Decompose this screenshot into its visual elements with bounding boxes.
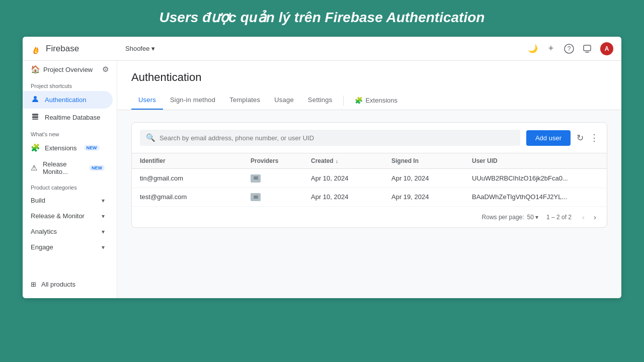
- page-title: Authentication: [131, 71, 607, 84]
- cell-signed-in-1: Apr 19, 2024: [391, 193, 472, 201]
- sidebar-item-build[interactable]: Build ▾: [23, 193, 113, 208]
- project-dropdown-icon: ▾: [151, 45, 155, 52]
- search-icon: 🔍: [146, 133, 155, 142]
- pagination-info: 1 – 2 of 2: [546, 214, 572, 221]
- analytics-chevron-icon: ▾: [102, 228, 105, 235]
- all-products-label: All products: [41, 281, 75, 288]
- sidebar-item-authentication[interactable]: Authentication: [23, 91, 113, 109]
- column-user-uid: User UID: [472, 157, 599, 164]
- release-monitor-new-badge: NEW: [89, 165, 105, 171]
- table-row: tin@gmail.com ✉ Apr 10, 2024 Apr 10, 202…: [132, 169, 607, 188]
- rows-per-page-dropdown-icon: ▾: [535, 214, 538, 221]
- tab-sign-in-method[interactable]: Sign-in method: [163, 91, 222, 110]
- column-providers: Providers: [251, 157, 311, 164]
- pagination-next-button[interactable]: ›: [591, 212, 599, 222]
- release-monitor-icon: ⚠: [31, 163, 38, 172]
- extensions-icon: 🧩: [31, 143, 40, 152]
- tab-users[interactable]: Users: [131, 91, 163, 110]
- svg-rect-7: [32, 119, 38, 120]
- build-chevron-icon: ▾: [102, 197, 105, 204]
- product-categories-label: Product categories: [23, 179, 117, 193]
- cell-provider-1: ✉: [251, 193, 311, 202]
- cell-identifier-0: tin@gmail.com: [140, 174, 251, 182]
- email-provider-icon-1: ✉: [251, 193, 261, 201]
- sort-icon: ↓: [336, 158, 339, 164]
- tab-usage[interactable]: Usage: [267, 91, 301, 110]
- help-icon[interactable]: ?: [564, 44, 574, 54]
- table-footer: Rows per page: 50 ▾ 1 – 2 of 2 ‹ ›: [132, 207, 607, 227]
- cell-user-uid-1: BAaDWhZeTlgVthQO14FJ2YL...: [472, 193, 599, 201]
- release-monitor-expand-label: Release & Monitor: [31, 212, 102, 220]
- tab-divider: [343, 96, 344, 106]
- settings-gear-icon[interactable]: ⚙: [102, 65, 109, 74]
- tab-extensions[interactable]: 🧩 Extensions: [348, 92, 405, 109]
- sidebar-item-engage[interactable]: Engage ▾: [23, 239, 113, 255]
- top-bar-actions: 🌙 + ? A: [528, 42, 613, 55]
- tab-templates[interactable]: Templates: [222, 91, 267, 110]
- build-label: Build: [31, 197, 102, 204]
- more-options-icon[interactable]: ⋮: [590, 132, 599, 143]
- release-monitor-label: Release Monito...: [43, 160, 82, 175]
- main-content: Authentication Users Sign-in method Temp…: [117, 61, 621, 298]
- extensions-tab-label: Extensions: [365, 97, 397, 104]
- search-input[interactable]: [159, 134, 514, 142]
- home-icon: 🏠: [31, 65, 40, 74]
- svg-rect-2: [584, 45, 591, 51]
- rows-per-page: Rows per page: 50 ▾: [482, 214, 538, 221]
- svg-rect-5: [32, 114, 38, 116]
- rows-per-page-selector[interactable]: 50 ▾: [527, 214, 538, 221]
- project-selector[interactable]: Shoofee ▾: [125, 45, 528, 52]
- users-toolbar: 🔍 Add user ↻ ⋮: [132, 123, 607, 153]
- column-created-label: Created: [311, 157, 334, 164]
- cell-signed-in-0: Apr 10, 2024: [391, 174, 472, 182]
- content-header: Authentication Users Sign-in method Temp…: [117, 61, 621, 110]
- pagination-nav: ‹ ›: [580, 212, 599, 222]
- sidebar-item-release-monitor[interactable]: ⚠ Release Monito... NEW: [23, 156, 113, 179]
- cell-user-uid-0: UUuWB2RBCIhIzO16jk2bFca0...: [472, 174, 599, 182]
- engage-label: Engage: [31, 243, 102, 251]
- firebase-label: Firebase: [46, 44, 79, 54]
- rows-per-page-label: Rows per page:: [482, 214, 524, 221]
- extensions-label: Extensions: [45, 144, 77, 152]
- extensions-tab-icon: 🧩: [355, 97, 363, 104]
- extensions-new-badge: NEW: [84, 145, 100, 151]
- column-created[interactable]: Created ↓: [311, 157, 391, 164]
- sidebar-item-extensions[interactable]: 🧩 Extensions NEW: [23, 139, 113, 156]
- pagination-prev-button[interactable]: ‹: [580, 212, 587, 222]
- tabs-bar: Users Sign-in method Templates Usage Set…: [131, 91, 607, 110]
- sidebar-item-analytics[interactable]: Analytics ▾: [23, 224, 113, 239]
- project-overview-item[interactable]: 🏠 Project Overview ⚙: [23, 61, 117, 78]
- engage-chevron-icon: ▾: [102, 244, 105, 251]
- search-box: 🔍: [140, 130, 520, 146]
- table-header: Identifier Providers Created ↓ Signed In…: [132, 153, 607, 169]
- add-user-button[interactable]: Add user: [526, 130, 571, 146]
- cell-created-1: Apr 10, 2024: [311, 193, 391, 201]
- sidebar-item-release-monitor-expand[interactable]: Release & Monitor ▾: [23, 208, 113, 224]
- all-products-item[interactable]: ⊞ All products: [23, 277, 117, 292]
- project-overview-label: Project Overview: [43, 66, 99, 73]
- users-panel: 🔍 Add user ↻ ⋮ Identifier Providers Crea…: [131, 122, 607, 228]
- firebase-logo: Firebase: [31, 43, 125, 54]
- project-shortcuts-label: Project shortcuts: [23, 78, 117, 91]
- cell-provider-0: ✉: [251, 174, 311, 183]
- authentication-label: Authentication: [45, 96, 86, 104]
- svg-point-4: [34, 96, 37, 99]
- cell-identifier-1: test@gmail.com: [140, 193, 251, 201]
- firebase-flame-icon: [31, 43, 42, 54]
- release-monitor-chevron-icon: ▾: [102, 213, 105, 220]
- sidebar: 🏠 Project Overview ⚙ Project shortcuts A…: [23, 61, 117, 298]
- top-bar: Firebase Shoofee ▾ 🌙 + ? A: [23, 37, 621, 61]
- svg-rect-6: [32, 116, 38, 118]
- notifications-icon[interactable]: [582, 44, 592, 54]
- sidebar-item-realtime-database[interactable]: Realtime Database: [23, 109, 113, 126]
- tab-settings[interactable]: Settings: [301, 91, 340, 110]
- rows-per-page-value: 50: [527, 214, 534, 221]
- refresh-icon[interactable]: ↻: [577, 133, 584, 143]
- column-identifier: Identifier: [140, 157, 251, 164]
- column-signed-in: Signed In: [391, 157, 472, 164]
- svg-text:?: ?: [568, 45, 571, 52]
- database-icon: [31, 113, 40, 122]
- user-avatar[interactable]: A: [600, 42, 613, 55]
- dark-mode-icon[interactable]: 🌙: [528, 44, 538, 54]
- add-icon[interactable]: +: [546, 44, 556, 54]
